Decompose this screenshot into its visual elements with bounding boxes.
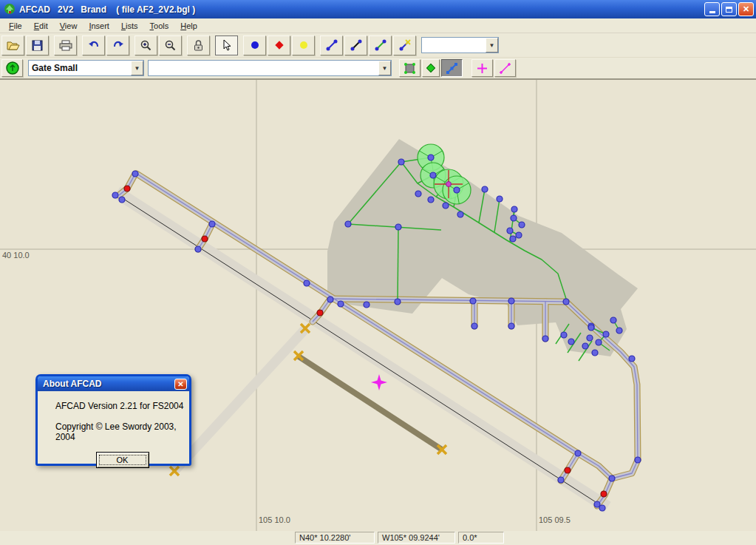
taxi-node[interactable] — [635, 457, 641, 463]
taxi-node[interactable] — [592, 350, 598, 356]
tool-dropdown[interactable]: ▼ — [421, 37, 499, 53]
undo-button[interactable] — [82, 35, 105, 55]
taxi-node[interactable] — [575, 450, 581, 456]
gate-type-combo[interactable]: Gate Small ▼ — [28, 60, 144, 76]
taxi-node[interactable] — [561, 332, 567, 338]
taxi-node[interactable] — [119, 197, 125, 203]
taxi-node[interactable] — [507, 228, 513, 234]
lock-button[interactable] — [187, 35, 210, 55]
black-link-tool-button[interactable] — [344, 35, 367, 55]
about-dialog: About AFCAD ✕ AFCAD Version 2.21 for FS2… — [35, 374, 191, 466]
taxi-path-line[interactable] — [398, 229, 398, 302]
taxi-node[interactable] — [338, 301, 344, 307]
apron-tool-button[interactable] — [399, 59, 420, 77]
gate-type-arrow-icon[interactable]: ▼ — [131, 61, 143, 75]
taxi-node[interactable] — [516, 232, 522, 238]
restore-button[interactable] — [721, 2, 737, 16]
menu-item-insert[interactable]: Insert — [83, 20, 115, 32]
blue-node-tool-button[interactable] — [243, 35, 266, 55]
blue-link-tool-button[interactable] — [320, 35, 343, 55]
open-file-button[interactable] — [1, 35, 24, 55]
runway-node[interactable] — [124, 186, 130, 192]
taxi-node[interactable] — [195, 246, 201, 252]
menu-item-file[interactable]: File — [3, 20, 28, 32]
taxi-node[interactable] — [519, 222, 525, 228]
close-button[interactable]: ✕ — [738, 2, 754, 16]
taxi-node[interactable] — [395, 299, 401, 305]
taxi-node[interactable] — [443, 203, 449, 209]
taxi-node[interactable] — [428, 197, 434, 203]
taxi-node[interactable] — [587, 335, 593, 341]
runway-node[interactable] — [601, 491, 607, 497]
menu-item-help[interactable]: Help — [174, 20, 203, 32]
zoom-in-button[interactable] — [134, 35, 157, 55]
ok-button[interactable]: OK — [96, 452, 149, 468]
taxi-node[interactable] — [568, 339, 574, 345]
taxi-node[interactable] — [398, 159, 404, 165]
taxi-node[interactable] — [510, 236, 516, 242]
taxi-node[interactable] — [471, 323, 477, 329]
taxi-node[interactable] — [542, 336, 548, 342]
taxi-node[interactable] — [511, 206, 517, 212]
menu-item-view[interactable]: View — [54, 20, 84, 32]
taxi-node[interactable] — [588, 325, 594, 331]
taxi-node[interactable] — [508, 323, 514, 329]
taxi-node[interactable] — [508, 298, 514, 304]
taxi-node[interactable] — [457, 211, 463, 217]
menu-item-tools[interactable]: Tools — [144, 20, 175, 32]
taxi-node[interactable] — [596, 339, 602, 345]
taxi-node[interactable] — [112, 192, 118, 198]
taxi-node[interactable] — [603, 331, 609, 337]
taxi-node[interactable] — [430, 172, 436, 178]
taxi-node[interactable] — [610, 317, 616, 323]
minimize-button[interactable] — [704, 2, 720, 16]
zoom-out-button[interactable] — [159, 35, 182, 55]
runway-node[interactable] — [317, 310, 323, 316]
tool-dropdown-arrow-icon[interactable]: ▼ — [486, 38, 498, 53]
airline-combo-arrow-icon[interactable]: ▼ — [378, 61, 391, 75]
taxi-node[interactable] — [428, 155, 434, 160]
taxi-node[interactable] — [511, 215, 517, 221]
add-point-tool-button[interactable] — [471, 59, 493, 77]
taxi-node[interactable] — [497, 196, 503, 202]
airline-combo[interactable]: ▼ — [148, 60, 392, 76]
taxi-node[interactable] — [345, 221, 351, 227]
taxi-node[interactable] — [454, 187, 460, 193]
menu-item-edit[interactable]: Edit — [28, 20, 54, 32]
print-button[interactable] — [54, 35, 77, 55]
runway-node[interactable] — [565, 467, 571, 473]
red-node-tool-button[interactable] — [268, 35, 290, 55]
taxi-draw-tool-button[interactable] — [441, 59, 463, 77]
yellow-node-tool-button[interactable] — [292, 35, 315, 55]
runway-node[interactable] — [202, 236, 208, 242]
taxi-node[interactable] — [563, 299, 569, 305]
add-point-link-tool-button[interactable] — [494, 59, 516, 77]
menu-item-lists[interactable]: Lists — [115, 20, 144, 32]
taxi-node[interactable] — [415, 191, 421, 197]
gate-tool-button[interactable] — [1, 59, 23, 77]
taxi-node[interactable] — [132, 171, 138, 177]
taxi-node[interactable] — [395, 224, 401, 230]
taxi-node[interactable] — [558, 477, 564, 483]
selected-gate-node[interactable] — [446, 182, 452, 187]
taxi-node[interactable] — [209, 221, 215, 227]
airport-map-canvas[interactable]: 40 10.0105 10.0105 09.5 About AFCAD ✕ AF… — [0, 79, 756, 530]
taxi-node[interactable] — [304, 280, 310, 286]
taxi-node[interactable] — [582, 343, 588, 349]
taxi-node[interactable] — [364, 302, 370, 308]
taxi-node[interactable] — [609, 475, 615, 481]
taxi-node[interactable] — [327, 297, 333, 302]
closed-link-tool-button[interactable] — [393, 35, 416, 55]
taxi-node[interactable] — [470, 298, 476, 304]
taxi-node[interactable] — [616, 328, 622, 334]
taxi-node[interactable] — [629, 356, 635, 362]
select-tool-button[interactable] — [215, 35, 238, 55]
save-button[interactable] — [26, 35, 49, 55]
apron-vertex-tool-button[interactable] — [422, 59, 440, 77]
taxi-node[interactable] — [594, 501, 600, 507]
about-dialog-close-icon[interactable]: ✕ — [174, 379, 187, 390]
taxi-node[interactable] — [482, 186, 488, 192]
taxi-node[interactable] — [599, 505, 605, 511]
redo-button[interactable] — [106, 35, 129, 55]
green-link-tool-button[interactable] — [369, 35, 392, 55]
